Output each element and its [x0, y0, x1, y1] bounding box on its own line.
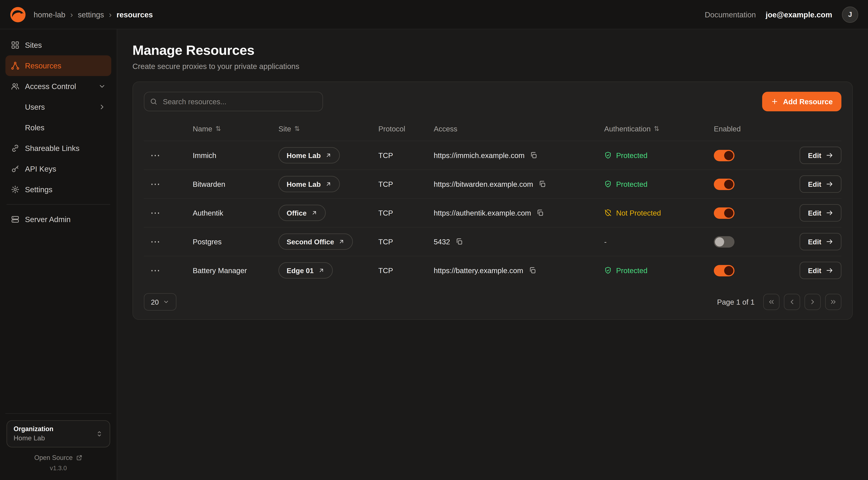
- sidebar-item-api-keys[interactable]: API Keys: [5, 158, 111, 179]
- first-page-button[interactable]: [763, 294, 779, 310]
- enabled-toggle[interactable]: [714, 265, 735, 276]
- resources-card: Add Resource Name ⇅ Site ⇅: [132, 82, 853, 320]
- copy-button[interactable]: [529, 150, 539, 160]
- add-resource-button[interactable]: Add Resource: [762, 92, 841, 111]
- edit-button[interactable]: Edit: [800, 204, 841, 221]
- access-url: 5432: [434, 238, 450, 246]
- next-page-button[interactable]: [805, 294, 821, 310]
- column-header-authentication[interactable]: Authentication ⇅: [604, 125, 714, 133]
- copy-button[interactable]: [454, 237, 464, 246]
- shield-check-icon: [604, 151, 612, 159]
- enabled-toggle[interactable]: [714, 207, 735, 219]
- site-pill[interactable]: Office: [278, 205, 326, 221]
- organization-name: Home Lab: [13, 434, 53, 443]
- chevrons-right-icon: [830, 298, 837, 306]
- sidebar-item-settings[interactable]: Settings: [5, 179, 111, 200]
- organization-selector[interactable]: Organization Home Lab: [6, 420, 110, 447]
- table-row: ⋯ Battery Manager Edge 01 TCP https://ba…: [144, 256, 841, 284]
- protocol: TCP: [378, 151, 434, 159]
- page-title: Manage Resources: [132, 42, 853, 58]
- site-pill[interactable]: Edge 01: [278, 262, 333, 278]
- site-pill[interactable]: Second Office: [278, 234, 353, 250]
- sort-icon: ⇅: [216, 125, 221, 132]
- site-pill[interactable]: Home Lab: [278, 147, 340, 163]
- key-icon: [11, 164, 20, 173]
- row-menu-button[interactable]: ⋯: [147, 263, 163, 277]
- sidebar-item-users[interactable]: Users: [5, 97, 111, 117]
- app-logo-icon[interactable]: [10, 6, 26, 23]
- arrow-right-icon: [826, 151, 833, 159]
- enabled-toggle[interactable]: [714, 236, 735, 247]
- protocol: TCP: [378, 238, 434, 246]
- edit-button[interactable]: Edit: [800, 262, 841, 279]
- sidebar-item-access-control[interactable]: Access Control: [5, 76, 111, 97]
- auth-status: -: [604, 238, 714, 246]
- shield-check-icon: [604, 267, 612, 274]
- breadcrumb-settings[interactable]: settings: [78, 10, 104, 19]
- resources-table: Name ⇅ Site ⇅ Protocol Access: [144, 117, 841, 284]
- shield-off-icon: [604, 209, 612, 217]
- sidebar-item-resources[interactable]: Resources: [5, 55, 111, 76]
- app-version: v1.3.0: [6, 465, 110, 476]
- avatar[interactable]: J: [842, 6, 858, 23]
- auth-status: Not Protected: [604, 209, 714, 217]
- search-input[interactable]: [144, 92, 323, 111]
- enabled-toggle[interactable]: [714, 178, 735, 190]
- copy-button[interactable]: [535, 208, 545, 218]
- row-menu-button[interactable]: ⋯: [147, 206, 163, 220]
- access-url: https://bitwarden.example.com: [434, 180, 533, 188]
- sidebar-item-sites[interactable]: Sites: [5, 35, 111, 55]
- sidebar-item-server-admin[interactable]: Server Admin: [5, 209, 111, 230]
- breadcrumb: home-lab › settings › resources: [34, 10, 153, 19]
- row-menu-button[interactable]: ⋯: [147, 177, 163, 191]
- chevrons-up-down-icon: [96, 430, 103, 438]
- table-row: ⋯ Immich Home Lab TCP https://immich.exa…: [144, 141, 841, 170]
- users-icon: [11, 82, 20, 91]
- waypoints-icon: [11, 61, 20, 70]
- last-page-button[interactable]: [825, 294, 841, 310]
- user-email[interactable]: joe@example.com: [766, 10, 832, 19]
- pagination: Page 1 of 1: [717, 294, 841, 310]
- card-toolbar: Add Resource: [144, 92, 841, 111]
- table-row: ⋯ Postgres Second Office TCP 5432 - Edit: [144, 227, 841, 256]
- copy-icon: [538, 180, 546, 188]
- row-menu-button[interactable]: ⋯: [147, 235, 163, 249]
- access-url: https://immich.example.com: [434, 151, 525, 159]
- enabled-toggle[interactable]: [714, 150, 735, 161]
- edit-button[interactable]: Edit: [800, 147, 841, 164]
- edit-button[interactable]: Edit: [800, 233, 841, 250]
- documentation-link[interactable]: Documentation: [705, 10, 756, 19]
- topbar-right: Documentation joe@example.com J: [705, 6, 858, 23]
- copy-icon: [536, 209, 544, 217]
- chevron-down-icon: [98, 83, 106, 90]
- link-icon: [11, 144, 20, 153]
- breadcrumb-separator: ›: [109, 10, 112, 19]
- column-header-site[interactable]: Site ⇅: [278, 125, 378, 133]
- page-info: Page 1 of 1: [717, 298, 754, 306]
- resource-name: Postgres: [193, 238, 278, 246]
- breadcrumb-org[interactable]: home-lab: [34, 10, 65, 19]
- sidebar-item-roles[interactable]: Roles: [5, 117, 111, 138]
- app-window: home-lab › settings › resources Document…: [0, 0, 868, 480]
- sort-icon: ⇅: [294, 125, 300, 132]
- table-row: ⋯ Bitwarden Home Lab TCP https://bitward…: [144, 170, 841, 198]
- row-menu-button[interactable]: ⋯: [147, 148, 163, 162]
- sidebar-item-shareable-links[interactable]: Shareable Links: [5, 138, 111, 158]
- copy-button[interactable]: [527, 266, 537, 275]
- breadcrumb-resources: resources: [117, 10, 153, 19]
- open-source-link[interactable]: Open Source: [6, 454, 110, 461]
- edit-button[interactable]: Edit: [800, 175, 841, 193]
- chevron-right-icon: [809, 298, 816, 306]
- page-size-select[interactable]: 20: [144, 293, 177, 310]
- column-header-name[interactable]: Name ⇅: [193, 125, 278, 133]
- prev-page-button[interactable]: [784, 294, 800, 310]
- column-header-enabled: Enabled: [714, 125, 782, 133]
- auth-status: Protected: [604, 151, 714, 159]
- protocol: TCP: [378, 266, 434, 275]
- copy-button[interactable]: [537, 179, 547, 189]
- protocol: TCP: [378, 180, 434, 188]
- site-pill[interactable]: Home Lab: [278, 176, 340, 192]
- chevron-left-icon: [788, 298, 796, 306]
- plus-icon: [771, 98, 779, 106]
- table-footer: 20 Page 1 of 1: [144, 293, 841, 310]
